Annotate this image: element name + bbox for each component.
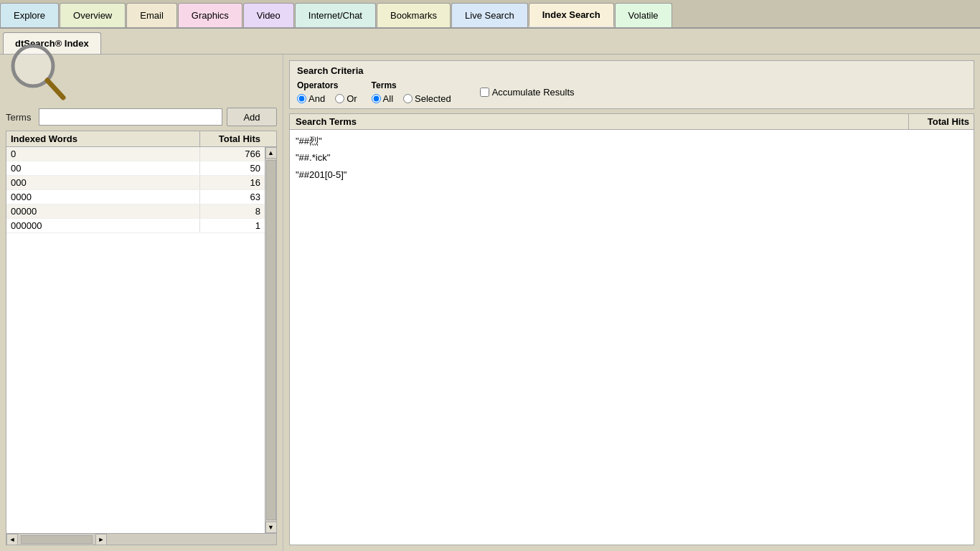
search-term-row: "##201[0-5]" [296, 166, 968, 183]
tab-email[interactable]: Email [126, 3, 177, 27]
terms-label: Terms [6, 112, 34, 123]
add-button[interactable]: Add [227, 108, 277, 126]
operator-or-text: Or [347, 93, 357, 104]
tab-internet-chat[interactable]: Internet/Chat [295, 3, 376, 27]
tab-graphics[interactable]: Graphics [178, 3, 242, 27]
right-panel: Search Criteria Operators And Or [283, 55, 980, 551]
scroll-down-button[interactable]: ▼ [265, 522, 277, 533]
tab-video[interactable]: Video [243, 3, 294, 27]
terms-row: Terms Add [6, 108, 277, 126]
operators-group: Operators And Or [297, 80, 357, 104]
indexed-words-scroll-area[interactable]: 07660050000160000630000080000001 [6, 147, 265, 533]
col-indexed-words: Indexed Words [6, 131, 200, 146]
vertical-scrollbar[interactable]: ▲ ▼ [265, 147, 276, 533]
search-term-row: "##.*ick" [296, 149, 968, 166]
terms-criteria-label: Terms [372, 80, 451, 90]
table-row[interactable]: 0050 [6, 161, 265, 176]
table-row[interactable]: 000008 [6, 204, 265, 219]
accumulate-label: Accumulate Results [492, 87, 575, 98]
terms-criteria-group: Terms All Selected [372, 80, 451, 104]
terms-selected-label[interactable]: Selected [403, 93, 451, 104]
tab-index-search[interactable]: Index Search [529, 3, 614, 27]
sub-tab-bar: dtSearch® Index [0, 29, 980, 55]
table-row[interactable]: 0766 [6, 147, 265, 161]
terms-all-label[interactable]: All [372, 93, 393, 104]
terms-input[interactable] [39, 108, 222, 126]
search-terms-header: Search Terms Total Hits [290, 114, 974, 130]
search-magnifier-icon [6, 39, 70, 103]
table-scroll-wrapper: 07660050000160000630000080000001 ▲ ▼ [6, 147, 276, 533]
terms-all-radio[interactable] [372, 94, 381, 103]
operator-and-radio[interactable] [297, 94, 306, 103]
main-tab-bar: Explore Overview Email Graphics Video In… [0, 0, 980, 29]
tab-bookmarks[interactable]: Bookmarks [377, 3, 451, 27]
operators-label: Operators [297, 80, 357, 90]
scroll-up-button[interactable]: ▲ [265, 147, 277, 159]
col-search-terms: Search Terms [290, 114, 909, 129]
table-row[interactable]: 00016 [6, 176, 265, 190]
indexed-words-header: Indexed Words Total Hits [6, 131, 276, 147]
table-row[interactable]: 0000001 [6, 219, 265, 233]
search-criteria-box: Search Criteria Operators And Or [289, 60, 974, 109]
tab-overview[interactable]: Overview [60, 3, 126, 27]
horizontal-scrollbar[interactable]: ◄ ► [6, 533, 276, 545]
accumulate-checkbox[interactable] [480, 88, 489, 97]
operators-radio-row: And Or [297, 93, 357, 104]
main-content: Terms Add Indexed Words Total Hits 07660… [0, 55, 980, 551]
terms-selected-text: Selected [415, 93, 451, 104]
search-term-row: "##烈" [296, 133, 968, 149]
table-row[interactable]: 000063 [6, 190, 265, 204]
scroll-thumb[interactable] [266, 160, 276, 520]
accumulate-row: Accumulate Results [480, 80, 575, 104]
col-total-hits: Total Hits [200, 131, 265, 146]
search-criteria-row: Operators And Or Terms [297, 80, 966, 104]
search-terms-table: Search Terms Total Hits "##烈" "##.*ick" … [289, 113, 974, 545]
left-panel: Terms Add Indexed Words Total Hits 07660… [0, 55, 283, 551]
tab-explore[interactable]: Explore [0, 3, 59, 27]
col-search-hits: Total Hits [909, 114, 974, 129]
indexed-words-rows: 07660050000160000630000080000001 [6, 147, 265, 233]
terms-radio-row: All Selected [372, 93, 451, 104]
tab-live-search[interactable]: Live Search [451, 3, 528, 27]
svg-line-1 [47, 80, 63, 98]
terms-all-text: All [383, 93, 393, 104]
terms-selected-radio[interactable] [403, 94, 413, 103]
indexed-words-table: Indexed Words Total Hits 076600500001600… [6, 131, 277, 545]
operator-and-label[interactable]: And [297, 93, 325, 104]
operator-or-label[interactable]: Or [335, 93, 357, 104]
hscroll-right-button[interactable]: ► [95, 534, 107, 545]
hscroll-thumb[interactable] [21, 535, 93, 544]
hscroll-left-button[interactable]: ◄ [6, 534, 18, 545]
search-terms-body: "##烈" "##.*ick" "##201[0-5]" [290, 130, 974, 545]
operator-or-radio[interactable] [335, 94, 344, 103]
operator-and-text: And [308, 93, 325, 104]
tab-volatile[interactable]: Volatile [615, 3, 672, 27]
search-criteria-title: Search Criteria [297, 65, 966, 76]
magnifier-area [6, 60, 277, 67]
